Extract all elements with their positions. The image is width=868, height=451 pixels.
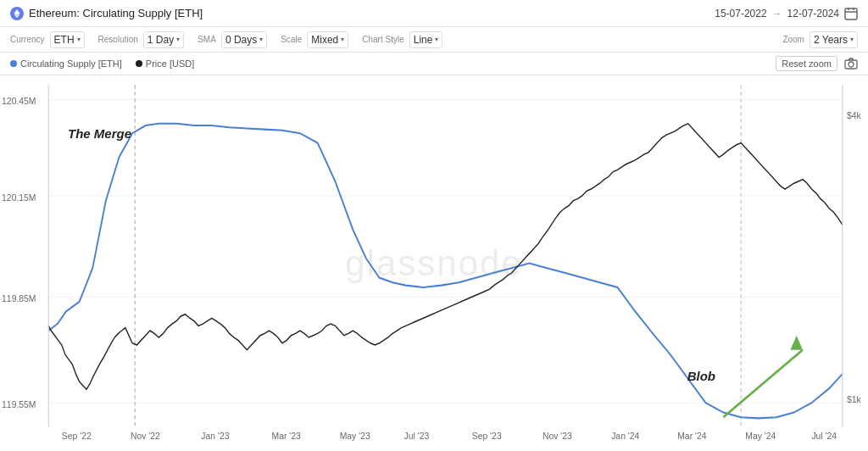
- currency-group: Currency ETH ▾: [10, 31, 85, 48]
- date-to: 12-07-2024: [787, 8, 839, 19]
- scale-chevron: ▾: [341, 36, 344, 43]
- chart-style-select[interactable]: Line ▾: [409, 31, 443, 48]
- svg-text:May '24: May '24: [745, 431, 776, 442]
- svg-text:Mar '23: Mar '23: [272, 431, 301, 442]
- svg-text:$1k: $1k: [847, 394, 861, 405]
- svg-text:Jan '24: Jan '24: [611, 431, 639, 442]
- resolution-group: Resolution 1 Day ▾: [98, 31, 185, 48]
- date-range[interactable]: 15-07-2022 → 12-07-2024: [715, 7, 858, 20]
- chart-svg: 120.45M 120.15M 119.85M 119.55M $4k $1k …: [0, 75, 868, 451]
- legend-left: Circulating Supply [ETH] Price [USD]: [10, 58, 194, 69]
- title-left: Ethereum: Circulating Supply [ETH]: [10, 7, 203, 20]
- chart-style-group: Chart Style Line ▾: [362, 31, 442, 48]
- chart-area[interactable]: 120.45M 120.15M 119.85M 119.55M $4k $1k …: [0, 75, 868, 451]
- svg-text:Jul '24: Jul '24: [811, 431, 837, 442]
- price-legend-label: Price [USD]: [146, 58, 194, 69]
- resolution-select[interactable]: 1 Day ▾: [143, 31, 184, 48]
- scale-value: Mixed: [311, 34, 338, 46]
- price-dot: [136, 60, 142, 67]
- svg-text:Jan '23: Jan '23: [201, 431, 229, 442]
- svg-marker-33: [790, 336, 803, 350]
- legend-right: Reset zoom: [776, 56, 858, 71]
- sma-value: 0 Days: [225, 34, 257, 46]
- date-from: 15-07-2022: [715, 8, 766, 19]
- camera-icon[interactable]: [844, 57, 858, 70]
- legend-price: Price [USD]: [136, 58, 194, 69]
- chart-style-value: Line: [414, 34, 433, 46]
- chart-style-chevron: ▾: [435, 36, 438, 43]
- scale-label: Scale: [281, 35, 302, 44]
- page-title: Ethereum: Circulating Supply [ETH]: [29, 7, 203, 19]
- sma-select[interactable]: 0 Days ▾: [221, 31, 267, 48]
- svg-point-7: [849, 62, 854, 67]
- svg-text:119.85M: 119.85M: [2, 293, 36, 304]
- svg-text:Nov '23: Nov '23: [542, 431, 572, 442]
- currency-select[interactable]: ETH ▾: [50, 31, 85, 48]
- chart-style-label: Chart Style: [362, 35, 403, 44]
- resolution-value: 1 Day: [147, 34, 174, 46]
- controls-bar: Currency ETH ▾ Resolution 1 Day ▾ SMA 0 …: [0, 27, 868, 53]
- price-line: [48, 124, 843, 390]
- reset-zoom-button[interactable]: Reset zoom: [776, 56, 837, 71]
- scale-group: Scale Mixed ▾: [281, 31, 348, 48]
- title-right: 15-07-2022 → 12-07-2024: [715, 7, 858, 20]
- scale-select[interactable]: Mixed ▾: [307, 31, 348, 48]
- zoom-value: 2 Years: [814, 34, 848, 46]
- svg-rect-2: [845, 8, 857, 19]
- supply-dot: [10, 60, 17, 67]
- svg-text:May '23: May '23: [340, 431, 370, 442]
- svg-text:Sep '23: Sep '23: [472, 431, 502, 442]
- supply-legend-label: Circulating Supply [ETH]: [20, 58, 122, 69]
- legend-bar: Circulating Supply [ETH] Price [USD] Res…: [0, 53, 868, 75]
- resolution-label: Resolution: [98, 35, 138, 44]
- zoom-label: Zoom: [782, 35, 804, 44]
- title-bar: Ethereum: Circulating Supply [ETH] 15-07…: [0, 0, 868, 27]
- zoom-chevron: ▾: [850, 36, 854, 43]
- supply-line: [48, 124, 843, 419]
- svg-text:120.15M: 120.15M: [2, 192, 36, 203]
- svg-text:119.55M: 119.55M: [2, 398, 36, 409]
- sma-chevron: ▾: [259, 36, 263, 43]
- svg-text:120.45M: 120.45M: [2, 96, 36, 107]
- calendar-icon: [844, 7, 858, 20]
- svg-line-32: [723, 350, 803, 418]
- currency-label: Currency: [10, 35, 45, 44]
- zoom-group: Zoom 2 Years ▾: [782, 31, 858, 48]
- app: Ethereum: Circulating Supply [ETH] 15-07…: [0, 0, 868, 451]
- svg-text:$4k: $4k: [847, 110, 861, 121]
- eth-icon: [10, 7, 24, 20]
- svg-marker-0: [14, 9, 19, 15]
- svg-text:Nov '22: Nov '22: [131, 431, 160, 442]
- sma-label: SMA: [198, 35, 216, 44]
- svg-text:Sep '22: Sep '22: [62, 431, 92, 442]
- svg-text:Jul '23: Jul '23: [404, 431, 430, 442]
- legend-supply: Circulating Supply [ETH]: [10, 58, 122, 69]
- date-separator: →: [772, 8, 782, 19]
- svg-text:Mar '24: Mar '24: [677, 431, 706, 442]
- resolution-chevron: ▾: [176, 36, 180, 43]
- zoom-select[interactable]: 2 Years ▾: [810, 31, 858, 48]
- currency-value: ETH: [54, 34, 75, 46]
- currency-chevron: ▾: [77, 36, 81, 43]
- sma-group: SMA 0 Days ▾: [198, 31, 267, 48]
